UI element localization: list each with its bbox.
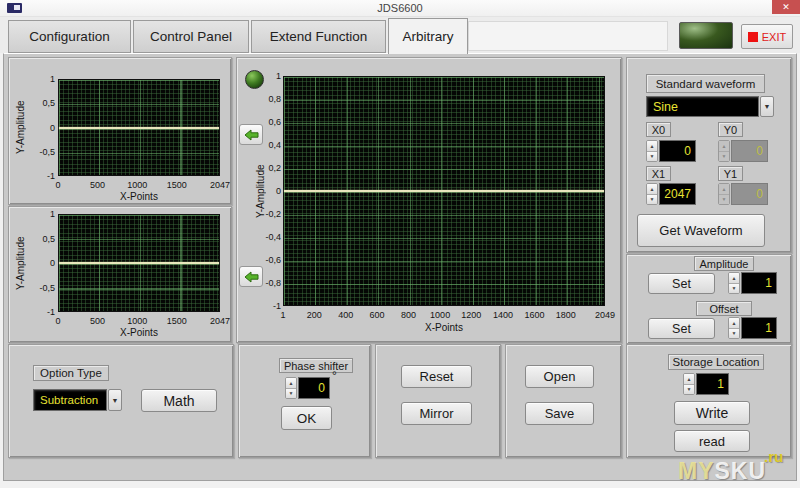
graph1-y-ticks: 10,50-0,5-1 bbox=[31, 79, 55, 176]
offset-set-button[interactable]: Set bbox=[648, 318, 715, 339]
storage-location-value[interactable]: 1 bbox=[696, 373, 729, 395]
phase-shifter-panel: Phase shifter ▲▼ 0 ° OK bbox=[238, 344, 371, 458]
y1-value: 0 bbox=[731, 183, 768, 205]
main-graph-y-ticks: 10,80,60,40,20-0,2-0,4-0,6-0,8-1 bbox=[259, 76, 281, 306]
graph2-x-axis-label: X-Points bbox=[58, 327, 220, 338]
tab-arbitrary[interactable]: Arbitrary bbox=[388, 18, 468, 54]
graph2-x-ticks: 0500100015002047 bbox=[58, 316, 220, 326]
y0-spinner-arrows: ▲▼ bbox=[718, 140, 730, 162]
main-graph-panel: Y-Amplitude 10,80,60,40,20-0,2-0,4-0,6-0… bbox=[236, 57, 622, 343]
x1-label: X1 bbox=[646, 166, 671, 181]
y0-value: 0 bbox=[731, 140, 768, 162]
main-graph-waveform-line bbox=[284, 190, 604, 192]
graph1-x-ticks: 0500100015002047 bbox=[58, 180, 220, 190]
amplitude-set-button[interactable]: Set bbox=[648, 273, 715, 294]
amplitude-spinner-arrows[interactable]: ▲▼ bbox=[728, 272, 740, 294]
exit-button[interactable]: EXIT bbox=[741, 24, 793, 49]
x0-spinner-arrows[interactable]: ▲▼ bbox=[646, 140, 658, 162]
amplitude-value[interactable]: 1 bbox=[741, 272, 777, 294]
phase-spinner-arrows[interactable]: ▲▼ bbox=[285, 377, 297, 399]
option-type-label: Option Type bbox=[33, 365, 109, 381]
x1-spinner-arrows[interactable]: ▲▼ bbox=[646, 183, 658, 205]
x1-value[interactable]: 2047 bbox=[659, 183, 696, 205]
offset-spinner[interactable]: ▲▼ 1 bbox=[728, 317, 777, 339]
tab-bar: Configuration Control Panel Extend Funct… bbox=[0, 17, 800, 53]
connection-led-indicator bbox=[679, 22, 733, 49]
close-icon[interactable]: ✕ bbox=[772, 0, 800, 14]
dropdown-arrow-icon[interactable]: ▼ bbox=[108, 389, 122, 411]
y0-label: Y0 bbox=[718, 122, 743, 137]
main-graph-x-ticks: 1200400600800100012001400160018002049 bbox=[283, 310, 605, 320]
standard-waveform-dropdown[interactable]: Sine ▼ bbox=[646, 96, 774, 117]
tab-configuration[interactable]: Configuration bbox=[8, 20, 131, 53]
exit-label: EXIT bbox=[762, 31, 786, 43]
graph1-plot-area bbox=[58, 79, 220, 176]
x0-spinner[interactable]: ▲▼ 0 bbox=[646, 140, 696, 162]
save-button[interactable]: Save bbox=[525, 402, 594, 425]
offset-label: Offset bbox=[696, 301, 752, 316]
standard-waveform-panel: Standard waveform Sine ▼ X0 Y0 ▲▼ 0 ▲▼ 0… bbox=[626, 57, 792, 253]
option-type-dropdown[interactable]: Subtraction ▼ bbox=[33, 389, 122, 411]
offset-spinner-arrows[interactable]: ▲▼ bbox=[728, 317, 740, 339]
amplitude-label: Amplitude bbox=[694, 256, 754, 271]
storage-panel: Storage Location ▲▼ 1 Write read bbox=[626, 344, 792, 458]
tab-extend-function[interactable]: Extend Function bbox=[251, 20, 386, 53]
standard-waveform-label: Standard waveform bbox=[646, 74, 765, 93]
phase-shifter-value[interactable]: 0 bbox=[298, 377, 330, 399]
graph-panel-1: Y-Amplitude 10,50-0,5-1 0500100015002047… bbox=[8, 57, 232, 205]
main-graph-plot-area bbox=[283, 76, 605, 306]
main-graph-x-axis-label: X-Points bbox=[283, 322, 605, 333]
graph2-y-axis-label: Y-Amplitude bbox=[15, 214, 26, 312]
window-title: JDS6600 bbox=[0, 2, 800, 14]
amplitude-spinner[interactable]: ▲▼ 1 bbox=[728, 272, 777, 294]
title-bar: JDS6600 ✕ bbox=[0, 0, 800, 17]
graph2-plot-area bbox=[58, 214, 220, 312]
option-type-panel: Option Type Subtraction ▼ Math bbox=[8, 344, 234, 458]
graph2-waveform-line bbox=[59, 262, 219, 264]
y0-spinner: ▲▼ 0 bbox=[718, 140, 768, 162]
watermark: MYSKU bbox=[678, 458, 766, 485]
phase-shifter-label: Phase shifter bbox=[279, 358, 353, 373]
tab-control-panel[interactable]: Control Panel bbox=[133, 20, 249, 53]
ok-button[interactable]: OK bbox=[281, 406, 332, 430]
stop-icon bbox=[748, 32, 758, 42]
get-waveform-button[interactable]: Get Waveform bbox=[637, 214, 765, 247]
offset-value[interactable]: 1 bbox=[741, 317, 777, 339]
option-type-value[interactable]: Subtraction bbox=[33, 389, 107, 411]
amplitude-offset-panel: Amplitude Set ▲▼ 1 Offset Set ▲▼ 1 bbox=[626, 254, 792, 344]
dropdown-arrow-icon[interactable]: ▼ bbox=[760, 96, 774, 117]
math-button[interactable]: Math bbox=[141, 389, 217, 412]
write-button[interactable]: Write bbox=[674, 401, 750, 425]
y1-spinner-arrows: ▲▼ bbox=[718, 183, 730, 205]
x0-label: X0 bbox=[646, 122, 671, 137]
graph-panel-2: Y-Amplitude 10,50-0,5-1 0500100015002047… bbox=[8, 206, 232, 343]
open-save-panel: Open Save bbox=[505, 344, 622, 458]
degree-symbol: ° bbox=[332, 369, 337, 383]
graph1-waveform-line bbox=[59, 127, 219, 129]
y1-label: Y1 bbox=[718, 166, 743, 181]
y1-spinner: ▲▼ 0 bbox=[718, 183, 768, 205]
read-button[interactable]: read bbox=[674, 430, 750, 452]
x1-spinner[interactable]: ▲▼ 2047 bbox=[646, 183, 696, 205]
watermark-suffix: .ru bbox=[764, 448, 783, 465]
reset-mirror-panel: Reset Mirror bbox=[375, 344, 501, 458]
graph2-y-ticks: 10,50-0,5-1 bbox=[31, 214, 55, 312]
phase-shifter-spinner[interactable]: ▲▼ 0 bbox=[285, 377, 330, 399]
reset-button[interactable]: Reset bbox=[401, 365, 472, 388]
x0-value[interactable]: 0 bbox=[659, 140, 696, 162]
graph1-y-axis-label: Y-Amplitude bbox=[15, 79, 26, 176]
open-button[interactable]: Open bbox=[525, 365, 594, 388]
graph1-x-axis-label: X-Points bbox=[58, 191, 220, 202]
storage-location-label: Storage Location bbox=[668, 354, 764, 370]
storage-location-spinner[interactable]: ▲▼ 1 bbox=[683, 373, 729, 395]
tab-filler-strip bbox=[468, 21, 668, 51]
standard-waveform-value[interactable]: Sine bbox=[646, 96, 759, 117]
mirror-button[interactable]: Mirror bbox=[401, 402, 472, 425]
storage-spinner-arrows[interactable]: ▲▼ bbox=[683, 373, 695, 395]
